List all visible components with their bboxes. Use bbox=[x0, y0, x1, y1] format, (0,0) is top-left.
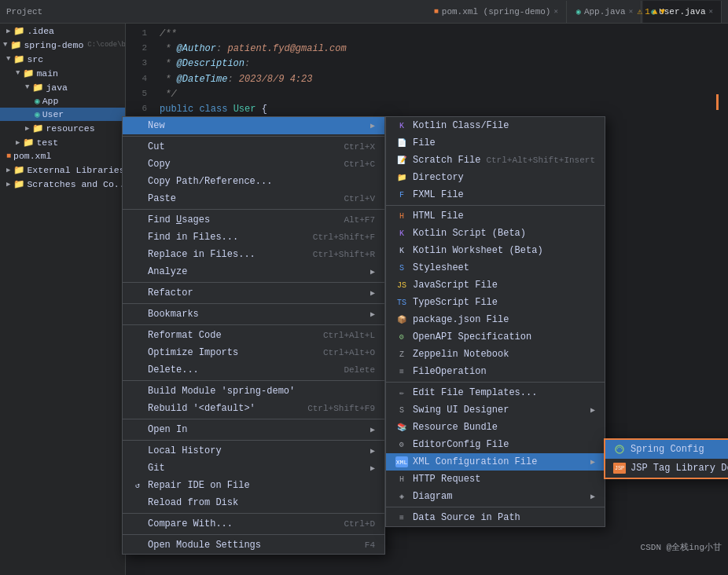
menu-reload-disk[interactable]: Reload from Disk bbox=[123, 494, 384, 511]
menu-build[interactable]: Build Module 'spring-demo' bbox=[123, 383, 384, 400]
pom-icon: ■ bbox=[6, 152, 11, 160]
menu-rebuild[interactable]: Rebuild '<default>' Ctrl+Shift+F9 bbox=[123, 400, 384, 417]
menu-refactor[interactable]: Refactor ▶ bbox=[123, 284, 384, 302]
http-icon: H bbox=[395, 474, 408, 485]
submenu-http[interactable]: H HTTP Request bbox=[386, 471, 605, 488]
submenu-xml-config[interactable]: XML XML Configuration File ▶ bbox=[386, 453, 605, 471]
tree-item-src[interactable]: ▼ 📁 src bbox=[0, 52, 125, 66]
submenu-zeppelin[interactable]: Z Zeppelin Notebook bbox=[386, 346, 605, 363]
submenu-file[interactable]: 📄 File bbox=[386, 134, 605, 152]
sep4 bbox=[123, 303, 384, 304]
xml-spring-config[interactable]: Spring Config bbox=[605, 440, 728, 459]
menu-paste[interactable]: Paste Ctrl+V bbox=[123, 190, 384, 207]
menu-copy-label: Copy bbox=[148, 159, 171, 170]
submenu-editorconfig[interactable]: ⚙ EditorConfig File bbox=[386, 436, 605, 453]
compare-shortcut: Ctrl+D bbox=[344, 519, 375, 529]
submenu-html[interactable]: H HTML File bbox=[386, 207, 605, 225]
menu-repair-ide[interactable]: ↺ Repair IDE on File bbox=[123, 477, 384, 494]
jsp-icon: JSP bbox=[613, 463, 626, 474]
tree-item-root[interactable]: ▼ 📁 spring-demo C:\code\bitjava\spring\s… bbox=[0, 38, 125, 52]
find-usages-shortcut: Alt+F7 bbox=[344, 215, 375, 225]
submenu-kt-script[interactable]: K Kotlin Script (Beta) bbox=[386, 225, 605, 242]
tree-item-main[interactable]: ▼ 📁 main bbox=[0, 66, 125, 80]
submenu-diagram[interactable]: ◈ Diagram ▶ bbox=[386, 488, 605, 505]
tree-item-scratches[interactable]: ▶ 📁 Scratches and Co... bbox=[0, 177, 125, 191]
menu-git[interactable]: Git ▶ bbox=[123, 460, 384, 477]
tree-item-ext-libs[interactable]: ▶ 📁 External Libraries bbox=[0, 163, 125, 177]
submenu-pkg-json[interactable]: 📦 package.json File bbox=[386, 311, 605, 328]
menu-analyze[interactable]: Analyze ▶ bbox=[123, 263, 384, 280]
resource-bundle-label: Resource Bundle bbox=[413, 422, 498, 433]
nav-up-icon[interactable]: ▲ bbox=[653, 7, 658, 16]
pkg-label: package.json File bbox=[413, 314, 509, 325]
line-code-6: public class User { bbox=[153, 102, 267, 117]
cut-shortcut: Ctrl+X bbox=[344, 142, 375, 152]
submenu-fileoperation[interactable]: ≡ FileOperation bbox=[386, 363, 605, 380]
tree-item-java[interactable]: ▼ 📁 java bbox=[0, 80, 125, 94]
menu-bookmarks[interactable]: Bookmarks ▶ bbox=[123, 306, 384, 323]
tree-item-app[interactable]: ◉ App bbox=[0, 94, 125, 108]
line-code-5: */ bbox=[153, 87, 177, 102]
menu-copy-path[interactable]: Copy Path/Reference... bbox=[123, 173, 384, 190]
submenu-edit-templates[interactable]: ✏ Edit File Templates... bbox=[386, 384, 605, 401]
tab-app[interactable]: ◉ App.java ✕ bbox=[568, 1, 642, 23]
menu-local-history[interactable]: Local History ▶ bbox=[123, 442, 384, 460]
tree-item-pom[interactable]: ■ pom.xml bbox=[0, 149, 125, 163]
kotlin-class-icon: K bbox=[395, 120, 408, 131]
menu-new[interactable]: New ▶ bbox=[123, 117, 384, 134]
submenu-swing[interactable]: S Swing UI Designer ▶ bbox=[386, 401, 605, 419]
menu-find-files[interactable]: Find in Files... Ctrl+Shift+F bbox=[123, 229, 384, 246]
tab-user-close[interactable]: ✕ bbox=[709, 7, 713, 16]
tree-item-idea[interactable]: ▶ 📁 .idea bbox=[0, 24, 125, 38]
tab-pom[interactable]: ■ pom.xml (spring-demo) ✕ bbox=[426, 1, 567, 23]
src-label: src bbox=[27, 54, 43, 64]
submenu-directory[interactable]: 📁 Directory bbox=[386, 169, 605, 186]
menu-replace-files[interactable]: Replace in Files... Ctrl+Shift+R bbox=[123, 246, 384, 263]
xml-jsp-tag[interactable]: JSP JSP Tag Library Descriptor bbox=[605, 459, 728, 478]
submenu-scratch-file[interactable]: 📝 Scratch File Ctrl+Alt+Shift+Insert bbox=[386, 152, 605, 169]
menu-delete[interactable]: Delete... Delete bbox=[123, 361, 384, 379]
main-label: main bbox=[36, 68, 58, 79]
tree-item-resources[interactable]: ▶ 📁 resources bbox=[0, 121, 125, 135]
menu-find-usages[interactable]: Find Usages Alt+F7 bbox=[123, 211, 384, 229]
src-icon: 📁 bbox=[13, 53, 24, 64]
copy-shortcut: Ctrl+C bbox=[344, 159, 375, 169]
menu-cut[interactable]: Cut Ctrl+X bbox=[123, 138, 384, 156]
nav-down-icon[interactable]: ▼ bbox=[660, 7, 665, 16]
submenu-kotlin-class[interactable]: K Kotlin Class/File bbox=[386, 117, 605, 134]
submenu-kt-worksheet[interactable]: K Kotlin Worksheet (Beta) bbox=[386, 242, 605, 259]
menu-optimize[interactable]: Optimize Imports Ctrl+Alt+O bbox=[123, 344, 384, 361]
menu-open-in[interactable]: Open In ▶ bbox=[123, 421, 384, 438]
submenu-fxml[interactable]: F FXML File bbox=[386, 186, 605, 203]
watermark: CSDN @全栈ing小甘 bbox=[641, 541, 722, 553]
menu-module-settings-label: Open Module Settings bbox=[148, 540, 261, 551]
kotlin-class-label: Kotlin Class/File bbox=[413, 120, 509, 131]
submenu-openapi[interactable]: ⚙ OpenAPI Specification bbox=[386, 328, 605, 346]
tab-pom-close[interactable]: ✕ bbox=[553, 7, 557, 16]
code-line-6: 6 public class User { bbox=[126, 102, 728, 117]
menu-copy[interactable]: Copy Ctrl+C bbox=[123, 156, 384, 173]
reformat-shortcut: Ctrl+Alt+L bbox=[323, 331, 375, 340]
submenu-ts[interactable]: TS TypeScript File bbox=[386, 294, 605, 311]
bookmarks-arrow: ▶ bbox=[370, 309, 375, 319]
code-line-1: 1 /** bbox=[126, 27, 728, 42]
submenu-js[interactable]: JS JavaScript File bbox=[386, 277, 605, 294]
find-files-shortcut: Ctrl+Shift+F bbox=[313, 233, 375, 242]
submenu-stylesheet[interactable]: S Stylesheet bbox=[386, 259, 605, 277]
submenu-datasource[interactable]: ≡ Data Source in Path bbox=[386, 509, 605, 526]
menu-reformat[interactable]: Reformat Code Ctrl+Alt+L bbox=[123, 327, 384, 344]
http-label: HTTP Request bbox=[413, 474, 480, 485]
menu-module-settings[interactable]: Open Module Settings F4 bbox=[123, 537, 384, 554]
tree-item-user[interactable]: ◉ User bbox=[0, 108, 125, 121]
file-icon: 📄 bbox=[395, 137, 408, 148]
submenu-resource-bundle[interactable]: 📚 Resource Bundle bbox=[386, 419, 605, 436]
code-line-3: 3 * @Description: bbox=[126, 57, 728, 71]
tab-app-close[interactable]: ✕ bbox=[629, 7, 633, 16]
git-arrow: ▶ bbox=[370, 463, 375, 473]
menu-open-in-label: Open In bbox=[148, 424, 187, 435]
fxml-label: FXML File bbox=[413, 189, 464, 200]
java-label: java bbox=[46, 82, 68, 93]
tree-item-test[interactable]: ▶ 📁 test bbox=[0, 135, 125, 149]
menu-compare[interactable]: Compare With... Ctrl+D bbox=[123, 515, 384, 533]
repair-icon: ↺ bbox=[132, 481, 143, 490]
